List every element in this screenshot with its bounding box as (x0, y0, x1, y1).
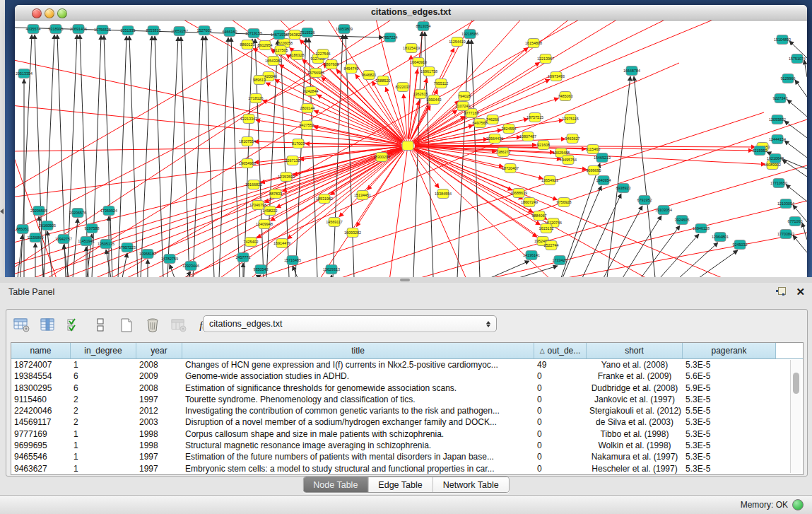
float-panel-icon[interactable] (776, 287, 786, 296)
graph-node[interactable]: 16961758 (420, 67, 437, 76)
graph-node[interactable]: 16154808 (525, 39, 542, 48)
graph-edge[interactable] (490, 261, 529, 277)
graph-node[interactable]: 12923446 (182, 262, 199, 271)
graph-edge[interactable] (793, 235, 807, 252)
table-row[interactable]: 946362711997Embryonic stem cells: a mode… (11, 463, 803, 474)
graph-node[interactable]: 885051 (16, 225, 29, 234)
graph-edge[interactable] (784, 141, 807, 158)
graph-node[interactable]: 18325419 (403, 44, 420, 53)
graph-node[interactable]: 9646821 (362, 71, 377, 80)
graph-edge[interactable] (481, 201, 807, 277)
graph-edge[interactable] (634, 76, 655, 277)
network-window[interactable]: citations_edges.txt 88601238912954182260… (15, 5, 807, 277)
graph-node[interactable]: 1498222 (263, 206, 278, 216)
graph-node[interactable]: 1362615 (413, 90, 428, 99)
graph-node[interactable]: 13505135 (98, 240, 114, 249)
graph-node[interactable]: 12213967 (537, 54, 554, 64)
delete-column-icon[interactable] (143, 316, 163, 334)
graph-node[interactable]: 12409948 (256, 220, 273, 229)
graph-node[interactable]: 14569117 (326, 218, 343, 227)
graph-node[interactable]: 10719155 (245, 29, 262, 38)
row-height-icon[interactable] (90, 316, 110, 334)
graph-node[interactable]: 887833 (269, 189, 282, 199)
graph-node[interactable]: 15469213 (594, 153, 611, 163)
graph-node[interactable]: 2107243 (456, 102, 471, 111)
graph-node[interactable]: 989613 (253, 76, 266, 85)
table-row[interactable]: 969969511998Structural magnetic resonanc… (11, 440, 803, 451)
graph-node[interactable]: 9756928 (557, 198, 572, 207)
graph-edge[interactable] (389, 146, 408, 277)
graph-node[interactable]: 12942757 (55, 235, 72, 244)
column-header-in_degree[interactable]: in_degree (71, 343, 136, 358)
graph-edge[interactable] (155, 36, 163, 277)
graph-node[interactable]: 17957223 (119, 243, 136, 252)
graph-node[interactable]: 16640910 (410, 58, 427, 67)
graph-node[interactable]: 16782759 (161, 255, 178, 264)
graph-node[interactable]: 1840954 (596, 176, 611, 185)
graph-node[interactable]: 2718126 (249, 94, 264, 103)
graph-edge[interactable] (141, 36, 152, 277)
graph-edge[interactable] (231, 37, 240, 277)
graph-edge[interactable] (118, 36, 126, 277)
graph-node[interactable]: 19654983 (239, 159, 256, 168)
column-header-short[interactable]: short (587, 343, 683, 358)
graph-node[interactable]: 18107554 (239, 137, 256, 146)
panel-splitter[interactable] (0, 277, 812, 283)
graph-edge[interactable] (15, 146, 408, 151)
network-window-titlebar[interactable]: citations_edges.txt (15, 5, 807, 21)
graph-node[interactable]: 8912954 (258, 41, 273, 50)
graph-node[interactable]: 17710650 (770, 179, 787, 188)
graph-edge[interactable] (804, 60, 807, 77)
graph-node[interactable]: 15629313 (323, 265, 340, 274)
table-row[interactable]: 946554611997Estimation of the future num… (11, 451, 803, 462)
graph-node[interactable]: 1588520 (376, 76, 391, 86)
column-header-title[interactable]: title (182, 343, 534, 358)
graph-node[interactable]: 16093282 (344, 228, 361, 238)
graph-edge[interactable] (679, 243, 718, 277)
table-vertical-scrollbar[interactable] (790, 360, 801, 473)
graph-node[interactable]: 18720407 (502, 164, 519, 173)
graph-node[interactable]: 8322037 (396, 83, 411, 92)
graph-node[interactable]: 15716485 (284, 256, 301, 265)
graph-node[interactable]: 8813054 (416, 22, 431, 31)
graph-node[interactable]: 9197588 (85, 224, 100, 233)
graph-node[interactable]: 3267130 (286, 156, 300, 165)
graph-edge[interactable] (293, 266, 298, 277)
graph-node[interactable]: 12353593 (278, 173, 295, 182)
tab-network-table[interactable]: Network Table (433, 477, 509, 492)
graph-node[interactable]: 2867608 (324, 60, 339, 69)
graph-edge[interactable] (206, 36, 214, 277)
graph-node[interactable]: 16053809 (336, 25, 353, 34)
graph-node[interactable]: 15751074 (789, 54, 806, 64)
network-canvas[interactable]: 8860123891295418226058912750516543382818… (15, 21, 807, 277)
graph-node[interactable]: 7386372 (496, 148, 511, 157)
graph-node[interactable]: 11451941 (78, 237, 95, 246)
graph-node[interactable]: 1615132 (539, 224, 554, 233)
graph-edge[interactable] (782, 160, 807, 177)
graph-node[interactable]: 6466160 (223, 28, 237, 37)
graph-node[interactable]: 10653287 (171, 27, 188, 36)
graph-node[interactable]: 1527602 (197, 26, 212, 35)
graph-edge[interactable] (604, 206, 642, 277)
graph-node[interactable]: 20691406 (70, 25, 87, 34)
graph-node[interactable]: 9129966 (781, 74, 796, 83)
graph-node[interactable]: 746266 (486, 115, 499, 124)
graph-node[interactable]: 1733426 (553, 256, 567, 265)
graph-edge[interactable] (15, 35, 396, 233)
graph-node[interactable]: 9127505 (273, 46, 288, 55)
table-row[interactable]: 1830029562008Estimation of significance … (11, 382, 803, 394)
graph-node[interactable]: 12975115 (562, 115, 579, 124)
graph-node[interactable]: 8938923 (616, 184, 631, 193)
graph-node[interactable]: 9318995 (49, 25, 64, 34)
graph-node[interactable]: 19166823 (245, 180, 262, 189)
graph-node[interactable]: 9699695 (587, 166, 601, 175)
graph-node[interactable]: 9245032 (733, 240, 748, 250)
graph-node[interactable]: 9350543 (254, 265, 269, 274)
graph-node[interactable]: 19384554 (435, 189, 452, 199)
graph-edge[interactable] (170, 264, 175, 277)
column-header-year[interactable]: year (136, 343, 182, 358)
graph-node[interactable]: 14136141 (523, 251, 540, 260)
graph-node[interactable]: 7515526 (300, 28, 315, 37)
citation-graph[interactable]: 8860123891295418226058912750516543382818… (15, 21, 807, 277)
graph-node[interactable]: 8053818 (146, 26, 161, 35)
